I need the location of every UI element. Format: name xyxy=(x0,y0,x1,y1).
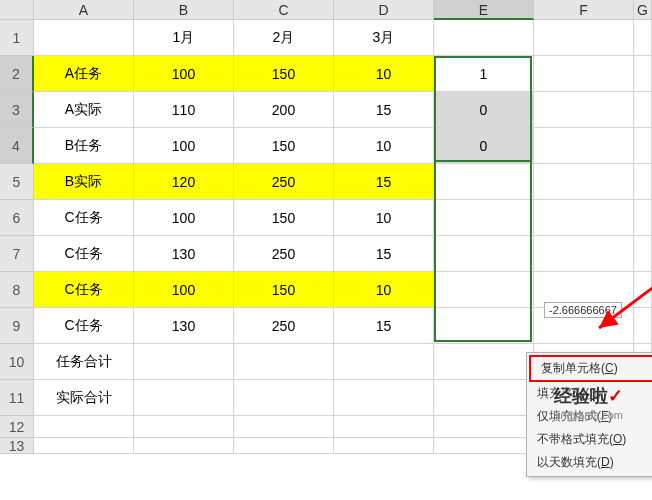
column-header-F[interactable]: F xyxy=(534,0,634,20)
cell-F2[interactable] xyxy=(534,56,634,92)
cell-E11[interactable] xyxy=(434,380,534,416)
cell-B1[interactable]: 1月 xyxy=(134,20,234,56)
cell-B7[interactable]: 130 xyxy=(134,236,234,272)
cell-B10[interactable] xyxy=(134,344,234,380)
cell-E4[interactable]: 0 xyxy=(434,128,534,164)
cell-E12[interactable] xyxy=(434,416,534,438)
cell-F1[interactable] xyxy=(534,20,634,56)
menu-item-4[interactable]: 以天数填充(D) xyxy=(527,451,652,474)
row-header-5[interactable]: 5 xyxy=(0,164,34,200)
cell-C11[interactable] xyxy=(234,380,334,416)
cell-E6[interactable] xyxy=(434,200,534,236)
cell-A1[interactable] xyxy=(34,20,134,56)
cell-B11[interactable] xyxy=(134,380,234,416)
cell-G1[interactable] xyxy=(634,20,652,56)
menu-item-0[interactable]: 复制单元格(C) xyxy=(529,355,652,382)
cell-B6[interactable]: 100 xyxy=(134,200,234,236)
cell-E10[interactable] xyxy=(434,344,534,380)
cell-E3[interactable]: 0 xyxy=(434,92,534,128)
cell-C8[interactable]: 150 xyxy=(234,272,334,308)
cell-D4[interactable]: 10 xyxy=(334,128,434,164)
cell-B3[interactable]: 110 xyxy=(134,92,234,128)
cell-F5[interactable] xyxy=(534,164,634,200)
cell-C10[interactable] xyxy=(234,344,334,380)
cell-C3[interactable]: 200 xyxy=(234,92,334,128)
cell-A11[interactable]: 实际合计 xyxy=(34,380,134,416)
cell-C13[interactable] xyxy=(234,438,334,454)
cell-E9[interactable] xyxy=(434,308,534,344)
cell-F6[interactable] xyxy=(534,200,634,236)
cell-C5[interactable]: 250 xyxy=(234,164,334,200)
cell-A2[interactable]: A任务 xyxy=(34,56,134,92)
cell-E5[interactable] xyxy=(434,164,534,200)
row-header-10[interactable]: 10 xyxy=(0,344,34,380)
row-header-9[interactable]: 9 xyxy=(0,308,34,344)
menu-item-3[interactable]: 不带格式填充(O) xyxy=(527,428,652,451)
row-header-11[interactable]: 11 xyxy=(0,380,34,416)
cell-A9[interactable]: C任务 xyxy=(34,308,134,344)
row-header-8[interactable]: 8 xyxy=(0,272,34,308)
cell-A10[interactable]: 任务合计 xyxy=(34,344,134,380)
cell-C1[interactable]: 2月 xyxy=(234,20,334,56)
select-all-corner[interactable] xyxy=(0,0,34,20)
cell-F7[interactable] xyxy=(534,236,634,272)
cell-B5[interactable]: 120 xyxy=(134,164,234,200)
cell-D1[interactable]: 3月 xyxy=(334,20,434,56)
cell-A3[interactable]: A实际 xyxy=(34,92,134,128)
column-header-A[interactable]: A xyxy=(34,0,134,20)
column-header-G[interactable]: G xyxy=(634,0,652,20)
cell-A8[interactable]: C任务 xyxy=(34,272,134,308)
cell-B2[interactable]: 100 xyxy=(134,56,234,92)
cell-D5[interactable]: 15 xyxy=(334,164,434,200)
cell-D13[interactable] xyxy=(334,438,434,454)
cell-E7[interactable] xyxy=(434,236,534,272)
cell-A13[interactable] xyxy=(34,438,134,454)
row-header-7[interactable]: 7 xyxy=(0,236,34,272)
cell-B12[interactable] xyxy=(134,416,234,438)
cell-C12[interactable] xyxy=(234,416,334,438)
cell-F4[interactable] xyxy=(534,128,634,164)
cell-D3[interactable]: 15 xyxy=(334,92,434,128)
cell-A5[interactable]: B实际 xyxy=(34,164,134,200)
cell-G6[interactable] xyxy=(634,200,652,236)
cell-B13[interactable] xyxy=(134,438,234,454)
cell-A6[interactable]: C任务 xyxy=(34,200,134,236)
cell-E2[interactable]: 1 xyxy=(434,56,534,92)
cell-D10[interactable] xyxy=(334,344,434,380)
cell-E1[interactable] xyxy=(434,20,534,56)
row-header-13[interactable]: 13 xyxy=(0,438,34,454)
cell-E8[interactable] xyxy=(434,272,534,308)
cell-G2[interactable] xyxy=(634,56,652,92)
cell-C7[interactable]: 250 xyxy=(234,236,334,272)
row-header-6[interactable]: 6 xyxy=(0,200,34,236)
cell-C2[interactable]: 150 xyxy=(234,56,334,92)
cell-G7[interactable] xyxy=(634,236,652,272)
cell-C6[interactable]: 150 xyxy=(234,200,334,236)
cell-C9[interactable]: 250 xyxy=(234,308,334,344)
column-header-C[interactable]: C xyxy=(234,0,334,20)
row-header-3[interactable]: 3 xyxy=(0,92,34,128)
row-header-4[interactable]: 4 xyxy=(0,128,34,164)
row-header-12[interactable]: 12 xyxy=(0,416,34,438)
cell-E13[interactable] xyxy=(434,438,534,454)
cell-D6[interactable]: 10 xyxy=(334,200,434,236)
cell-D2[interactable]: 10 xyxy=(334,56,434,92)
cell-F3[interactable] xyxy=(534,92,634,128)
cell-B8[interactable]: 100 xyxy=(134,272,234,308)
row-header-2[interactable]: 2 xyxy=(0,56,34,92)
cell-A12[interactable] xyxy=(34,416,134,438)
cell-D8[interactable]: 10 xyxy=(334,272,434,308)
cell-B9[interactable]: 130 xyxy=(134,308,234,344)
cell-G5[interactable] xyxy=(634,164,652,200)
cell-A4[interactable]: B任务 xyxy=(34,128,134,164)
column-header-E[interactable]: E xyxy=(434,0,534,20)
cell-G9[interactable] xyxy=(634,308,652,344)
cell-C4[interactable]: 150 xyxy=(234,128,334,164)
cell-A7[interactable]: C任务 xyxy=(34,236,134,272)
cell-D11[interactable] xyxy=(334,380,434,416)
row-header-1[interactable]: 1 xyxy=(0,20,34,56)
cell-D9[interactable]: 15 xyxy=(334,308,434,344)
column-header-B[interactable]: B xyxy=(134,0,234,20)
column-header-D[interactable]: D xyxy=(334,0,434,20)
cell-G4[interactable] xyxy=(634,128,652,164)
